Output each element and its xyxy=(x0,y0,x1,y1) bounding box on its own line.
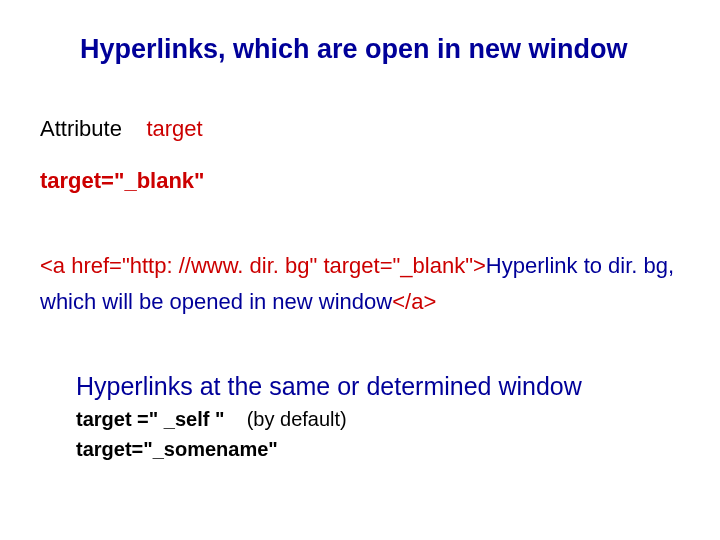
target-somename-line: target="_somename" xyxy=(76,438,278,461)
code-example: <a href="http: //www. dir. bg" target="_… xyxy=(40,248,680,321)
target-blank-line: target="_blank" xyxy=(40,168,205,194)
slide: Hyperlinks, which are open in new window… xyxy=(0,0,720,540)
attribute-line: Attribute target xyxy=(40,116,203,142)
slide-title: Hyperlinks, which are open in new window xyxy=(80,34,628,65)
target-self-line: target =" _self " (by default) xyxy=(76,408,347,431)
code-close-tag: </a> xyxy=(392,289,436,314)
sub-heading: Hyperlinks at the same or determined win… xyxy=(76,372,582,401)
attribute-label: Attribute xyxy=(40,116,122,141)
attribute-name: target xyxy=(146,116,202,141)
code-open-tag: <a href="http: //www. dir. bg" target="_… xyxy=(40,253,486,278)
target-self-keyword: target =" _self " xyxy=(76,408,224,430)
target-self-note: (by default) xyxy=(247,408,347,430)
